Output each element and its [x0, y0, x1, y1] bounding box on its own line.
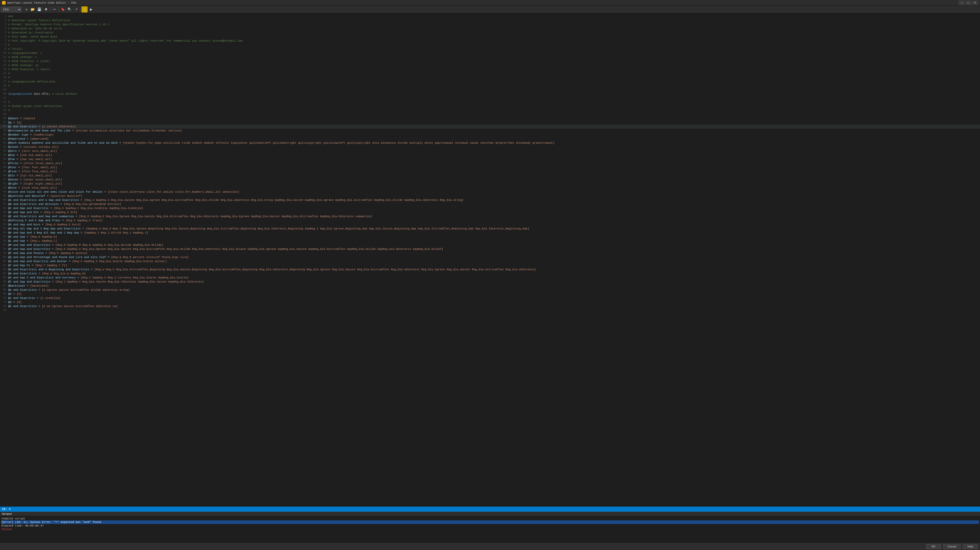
- line-content: #: [8, 71, 10, 76]
- open-button[interactable]: 📂: [30, 6, 36, 13]
- dropdown-container: FEA: [1, 6, 21, 12]
- line-number: 30: [0, 133, 8, 137]
- output-line: Compile script: [1, 517, 979, 520]
- line-content: @Space = [space]: [8, 116, 35, 120]
- output-line: Failed: [1, 528, 979, 531]
- line-number: 20: [0, 92, 8, 96]
- line-number: 10: [0, 51, 8, 55]
- line-number: 29: [0, 128, 8, 133]
- toolbar: FEA ◀ 📂 💾 ✖ ↩ 🔖 🔍 ↗ ⚠ ▶: [0, 6, 980, 13]
- save-close-button[interactable]: 💾: [36, 6, 42, 13]
- line-content: #: [8, 100, 10, 104]
- line-number: 4: [0, 27, 8, 31]
- line-number: 13: [0, 63, 8, 67]
- line-number: 50: [0, 214, 8, 219]
- line-content: # GSUB lookups: 1: [8, 55, 37, 59]
- goto-button[interactable]: ↗: [73, 6, 79, 13]
- line-number: 26: [0, 116, 8, 120]
- code-line: 19: [0, 88, 980, 92]
- line-number: 27: [0, 120, 8, 125]
- line-number: 58: [0, 247, 8, 251]
- line-number: 8: [0, 43, 8, 47]
- bottom-bar: OK Cancel Help: [0, 542, 980, 550]
- code-line: 55@K and Gap = [Reg.K GapReg.K]: [0, 235, 980, 239]
- line-content: @U and Diacritics and U Beginning and Di…: [8, 268, 536, 271]
- line-number: 7: [0, 39, 8, 43]
- line-number: 69: [0, 292, 8, 296]
- maximize-button[interactable]: □: [965, 0, 971, 5]
- code-line: 70@c and Diacritic = [c ccedilla]: [0, 296, 980, 300]
- line-content: @e and Diacritics = [e ae egrave eacute …: [8, 304, 118, 308]
- cursor-position: 28: 4: [2, 508, 11, 511]
- font-dropdown[interactable]: FEA: [1, 6, 21, 12]
- line-number: 22: [0, 100, 8, 104]
- status-bar: 28: 4: [0, 507, 980, 512]
- line-content: @Three = [three three_small_alt]: [8, 161, 62, 165]
- line-number: 37: [0, 161, 8, 165]
- ok-button[interactable]: OK: [926, 544, 941, 549]
- title-bar: OT OpenType Layout Feature Code Editor -…: [0, 0, 980, 6]
- line-number: 23: [0, 104, 8, 108]
- warning-button[interactable]: ⚠: [81, 6, 88, 13]
- code-editor[interactable]: 1###2# OpenType Layout feature definitio…: [0, 13, 980, 507]
- line-content: # Font name: Jonne Haven Bold: [8, 35, 57, 39]
- line-number: 71: [0, 300, 8, 304]
- code-line: 48@C and Gap and Diacritic = [Reg.C GapR…: [0, 206, 980, 210]
- help-button[interactable]: Help: [963, 544, 978, 549]
- line-number: 19: [0, 88, 8, 92]
- line-number: 3: [0, 22, 8, 27]
- line-content: @P and Gap and Peseta = [Reg.P GapReg.P …: [8, 251, 88, 255]
- line-content: @K and Gap = [Reg.K GapReg.K]: [8, 235, 57, 239]
- line-number: 1: [0, 14, 8, 18]
- output-content[interactable]: Compile script[Error] (28: 4): Syntax er…: [0, 516, 980, 542]
- bookmark-button[interactable]: 🔖: [60, 6, 66, 13]
- line-content: @Question and Bassclef = [question Bassc…: [8, 194, 82, 198]
- code-line: 50@E and Diacritics and Gap and summatio…: [0, 214, 980, 219]
- code-line: 12# GSUB features: 1 (calt): [0, 59, 980, 63]
- code-line: 30@Number Sign = [numbersign]: [0, 133, 980, 137]
- close-window-button[interactable]: ✕: [972, 0, 978, 5]
- code-line: 61@S and Gap and Diacritic and Dollar = …: [0, 259, 980, 263]
- main-area: 1###2# OpenType Layout feature definitio…: [0, 13, 980, 550]
- line-number: 46: [0, 198, 8, 202]
- code-line: 7# Font copyright: © Copyright 2016 By J…: [0, 39, 980, 43]
- code-line: 73: [0, 308, 980, 312]
- line-content: @A and Diacritics and A Gap and Diacriti…: [8, 198, 463, 202]
- line-number: 73: [0, 308, 8, 312]
- line-number: 25: [0, 112, 8, 116]
- run-button[interactable]: ▶: [88, 6, 94, 13]
- line-content: @Colon and Colon Alt and Semi Colon and …: [8, 190, 239, 194]
- line-number: 49: [0, 210, 8, 214]
- undo-button[interactable]: ↩: [51, 6, 57, 13]
- code-line: 34@Zero = [zero zero_small_alt]: [0, 149, 980, 153]
- line-content: #: [8, 43, 10, 47]
- find-button[interactable]: 🔍: [67, 6, 73, 13]
- code-line: 4# Generated on: 2021-06-30 16:41: [0, 27, 980, 31]
- line-number: 61: [0, 259, 8, 263]
- minimize-button[interactable]: ─: [959, 0, 965, 5]
- code-line: 58@O and Gap and Diacritics = [Reg.O Gap…: [0, 247, 980, 251]
- code-line: 8#: [0, 43, 980, 47]
- output-line: [Error] (28: 4): Syntax error: "=" expec…: [1, 520, 979, 524]
- code-line: 53@H Beg Alt Gap and I Beg Gap and Diacr…: [0, 227, 980, 231]
- back-button[interactable]: ◀: [23, 6, 29, 13]
- line-content: @X and Gap 2 and Diacritics and Currency…: [8, 276, 188, 280]
- cancel-button[interactable]: Cancel: [943, 544, 961, 549]
- code-line: 72@e and Diacritics = [e ae egrave eacut…: [0, 304, 980, 308]
- code-line: 56@L and Gap = [Reg.L GapReg.L]: [0, 239, 980, 243]
- line-number: 31: [0, 137, 8, 141]
- line-number: 38: [0, 165, 8, 170]
- line-content: @H and Gap and J Beg Alt Gap and J Beg G…: [8, 231, 148, 235]
- code-line: 47@B and Diacritics and Bitcoins = [Reg.…: [0, 202, 980, 206]
- line-number: 62: [0, 263, 8, 268]
- code-line: 32@Math Symbols Hyphens and Asciitilde a…: [0, 141, 980, 145]
- line-content: # Format: OpenType Feature File Specific…: [8, 22, 109, 27]
- discard-button[interactable]: ✖: [43, 6, 49, 13]
- line-content: @Nine = [nine nine_small_alt]: [8, 186, 57, 190]
- code-line: 22#: [0, 100, 980, 104]
- line-number: 47: [0, 202, 8, 206]
- code-line: 21: [0, 96, 980, 100]
- code-line: 46@A and Diacritics and A Gap and Diacri…: [0, 198, 980, 202]
- line-content: @Exclamation Up and Down and The Like = …: [8, 128, 182, 133]
- app-icon: OT: [2, 1, 6, 5]
